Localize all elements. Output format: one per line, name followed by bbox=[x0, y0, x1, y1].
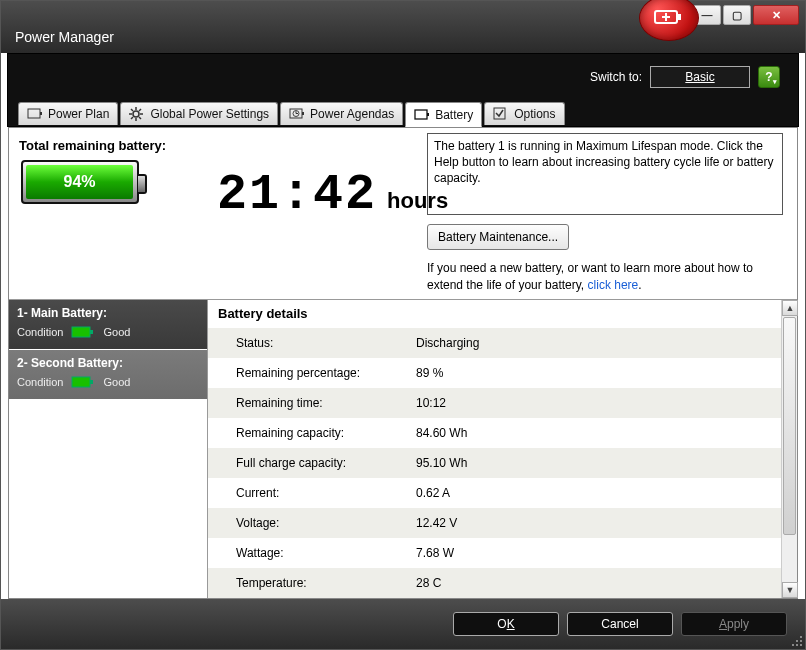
detail-row-voltage: Voltage:12.42 V bbox=[208, 508, 781, 538]
status-message-box: The battery 1 is running in Maximum Life… bbox=[427, 133, 783, 215]
apply-button[interactable]: Apply bbox=[681, 612, 787, 636]
resize-grip[interactable] bbox=[790, 634, 802, 646]
tab-battery[interactable]: Battery bbox=[405, 102, 482, 127]
battery-decor-badge bbox=[639, 0, 699, 41]
svg-line-11 bbox=[131, 109, 133, 111]
detail-row-time: Remaining time:10:12 bbox=[208, 388, 781, 418]
help-button[interactable]: ? ▾ bbox=[758, 66, 780, 88]
switch-basic-button[interactable]: Basic bbox=[650, 66, 750, 88]
detail-row-percentage: Remaining percentage:89 % bbox=[208, 358, 781, 388]
total-remaining-label: Total remaining battery: bbox=[19, 138, 166, 153]
svg-rect-20 bbox=[415, 110, 427, 119]
scroll-down-button[interactable]: ▼ bbox=[782, 582, 798, 598]
close-icon: ✕ bbox=[772, 9, 781, 22]
svg-rect-26 bbox=[90, 380, 93, 384]
svg-rect-5 bbox=[40, 112, 42, 115]
svg-rect-24 bbox=[90, 330, 93, 334]
tab-power-agendas[interactable]: Power Agendas bbox=[280, 102, 403, 125]
tab-global-power-settings[interactable]: Global Power Settings bbox=[120, 102, 278, 125]
battery-icon bbox=[414, 108, 430, 122]
gear-icon bbox=[129, 107, 145, 121]
detail-row-status: Status:Discharging bbox=[208, 328, 781, 358]
toolbar-strip: Switch to: Basic ? ▾ Power Plan Global P… bbox=[7, 53, 799, 127]
battery-details-pane: Battery details Status:Discharging Remai… bbox=[207, 299, 797, 598]
power-plan-icon bbox=[27, 107, 43, 121]
svg-point-6 bbox=[133, 111, 139, 117]
new-battery-hint: If you need a new battery, or want to le… bbox=[427, 260, 783, 294]
maximize-icon: ▢ bbox=[732, 9, 742, 22]
help-icon: ? bbox=[765, 70, 772, 84]
svg-rect-1 bbox=[677, 14, 681, 20]
condition-value: Good bbox=[103, 326, 130, 338]
detail-row-remaining-capacity: Remaining capacity:84.60 Wh bbox=[208, 418, 781, 448]
svg-rect-23 bbox=[72, 327, 90, 337]
scrollbar[interactable]: ▲ ▼ bbox=[781, 300, 797, 598]
window-title: Power Manager bbox=[15, 29, 114, 45]
cancel-button[interactable]: Cancel bbox=[567, 612, 673, 636]
battery-details-header: Battery details bbox=[208, 300, 797, 327]
detail-row-wattage: Wattage:7.68 W bbox=[208, 538, 781, 568]
window-close-button[interactable]: ✕ bbox=[753, 5, 799, 25]
switch-to-label: Switch to: bbox=[590, 70, 642, 84]
detail-row-temperature: Temperature:28 C bbox=[208, 568, 781, 598]
scroll-thumb[interactable] bbox=[783, 317, 796, 535]
tab-power-plan[interactable]: Power Plan bbox=[18, 102, 118, 125]
battery-gauge: 94% bbox=[21, 160, 139, 204]
sidebar-item-second-battery[interactable]: 2- Second Battery: Condition Good bbox=[9, 350, 207, 400]
content-panel: Total remaining battery: 94% 21:42 hours… bbox=[8, 127, 798, 599]
detail-row-full-capacity: Full charge capacity:95.10 Wh bbox=[208, 448, 781, 478]
remaining-time-value: 21:42 bbox=[217, 166, 377, 223]
battery-gauge-fill: 94% bbox=[26, 165, 133, 199]
svg-line-12 bbox=[139, 117, 141, 119]
condition-label: Condition bbox=[17, 326, 63, 338]
window-maximize-button[interactable]: ▢ bbox=[723, 5, 751, 25]
minimize-icon: — bbox=[702, 9, 713, 21]
svg-rect-4 bbox=[28, 109, 40, 118]
battery-maintenance-button[interactable]: Battery Maintenance... bbox=[427, 224, 569, 250]
svg-line-14 bbox=[139, 109, 141, 111]
svg-rect-16 bbox=[302, 112, 304, 115]
click-here-link[interactable]: click here bbox=[588, 278, 639, 292]
tab-options[interactable]: Options bbox=[484, 102, 564, 125]
condition-value: Good bbox=[103, 376, 130, 388]
ok-button[interactable]: OK bbox=[453, 612, 559, 636]
mini-battery-icon bbox=[71, 326, 95, 338]
scroll-up-button[interactable]: ▲ bbox=[782, 300, 798, 316]
footer: OK Cancel Apply bbox=[1, 599, 805, 649]
svg-rect-25 bbox=[72, 377, 90, 387]
agenda-icon bbox=[289, 107, 305, 121]
condition-label: Condition bbox=[17, 376, 63, 388]
checkbox-icon bbox=[493, 107, 509, 121]
svg-line-13 bbox=[131, 117, 133, 119]
detail-row-current: Current:0.62 A bbox=[208, 478, 781, 508]
svg-rect-21 bbox=[427, 113, 429, 116]
sidebar-item-main-battery[interactable]: 1- Main Battery: Condition Good bbox=[9, 300, 207, 350]
mini-battery-icon bbox=[71, 376, 95, 388]
chevron-down-icon: ▾ bbox=[773, 78, 777, 86]
battery-list-sidebar: 1- Main Battery: Condition Good 2- Secon… bbox=[9, 299, 207, 598]
